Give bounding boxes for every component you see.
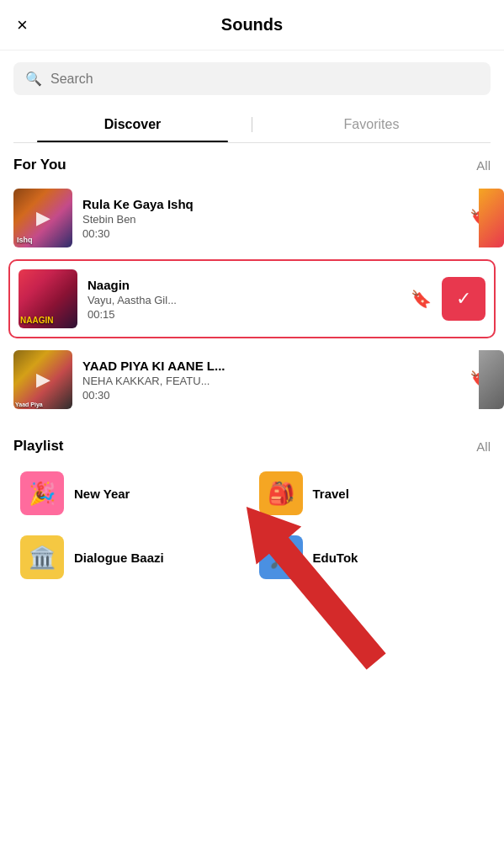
song-item-rula[interactable]: ▶ Ishq Rula Ke Gaya Ishq Stebin Ben 00:3… bbox=[0, 180, 504, 256]
song-artist-rula: Stebin Ben bbox=[82, 213, 459, 226]
playlist-name-newyear: New Year bbox=[74, 487, 130, 501]
playlist-item-edutok[interactable]: 🎵 EduTok bbox=[252, 525, 491, 589]
song-artist-yaad: NEHA KAKKAR, FEATU... bbox=[82, 375, 459, 387]
thumb-text-yaad: Yaad Piya bbox=[15, 402, 43, 407]
song-name-rula: Rula Ke Gaya Ishq bbox=[82, 197, 459, 211]
search-icon: 🔍 bbox=[25, 71, 42, 87]
side-thumb-yaad bbox=[479, 350, 504, 409]
playlist-all[interactable]: All bbox=[476, 439, 491, 454]
for-you-header: For You All bbox=[0, 143, 504, 180]
song-duration-naagin: 00:15 bbox=[88, 308, 401, 321]
search-bar: 🔍 bbox=[13, 62, 491, 95]
song-duration-yaad: 00:30 bbox=[82, 389, 459, 402]
playlist-icon-travel: 🎒 bbox=[259, 471, 303, 515]
song-name-yaad: YAAD PIYA KI AANE L... bbox=[82, 359, 459, 373]
playlist-section: Playlist All 🎉 New Year 🎒 Travel 🏛️ Dial… bbox=[0, 424, 504, 589]
song-thumbnail-rula: ▶ Ishq bbox=[13, 189, 72, 247]
playlist-item-newyear[interactable]: 🎉 New Year bbox=[13, 461, 252, 525]
close-button[interactable]: × bbox=[17, 16, 28, 35]
playlist-name-travel: Travel bbox=[313, 487, 349, 501]
song-info-rula: Rula Ke Gaya Ishq Stebin Ben 00:30 bbox=[82, 197, 459, 240]
playlist-name-dialogue: Dialogue Baazi bbox=[74, 551, 164, 565]
song-item-yaad[interactable]: ▶ Yaad Piya YAAD PIYA KI AANE L... NEHA … bbox=[0, 342, 504, 418]
playlist-icon-newyear: 🎉 bbox=[20, 471, 64, 515]
select-button-naagin[interactable]: ✓ bbox=[442, 277, 485, 321]
tab-favorites[interactable]: Favorites bbox=[252, 107, 491, 142]
playlist-grid: 🎉 New Year 🎒 Travel 🏛️ Dialogue Baazi 🎵 … bbox=[0, 461, 504, 589]
song-duration-rula: 00:30 bbox=[82, 227, 459, 240]
song-thumbnail-yaad: ▶ Yaad Piya bbox=[13, 350, 72, 409]
song-artist-naagin: Vayu, Aastha Gil... bbox=[88, 294, 401, 306]
playlist-item-dialogue[interactable]: 🏛️ Dialogue Baazi bbox=[13, 525, 252, 589]
song-thumbnail-naagin: NAAGIN bbox=[19, 269, 77, 328]
header: × Sounds bbox=[0, 0, 504, 51]
song-name-naagin: Naagin bbox=[88, 278, 401, 292]
song-item-naagin[interactable]: NAAGIN Naagin Vayu, Aastha Gil... 00:15 … bbox=[8, 259, 496, 338]
song-info-yaad: YAAD PIYA KI AANE L... NEHA KAKKAR, FEAT… bbox=[82, 359, 459, 402]
playlist-title: Playlist bbox=[13, 438, 64, 455]
playlist-item-travel[interactable]: 🎒 Travel bbox=[252, 461, 491, 525]
thumb-text-rula: Ishq bbox=[17, 236, 33, 244]
playlist-icon-dialogue: 🏛️ bbox=[20, 535, 64, 579]
tab-discover[interactable]: Discover bbox=[13, 107, 252, 142]
for-you-all[interactable]: All bbox=[476, 158, 491, 173]
song-info-naagin: Naagin Vayu, Aastha Gil... 00:15 bbox=[88, 278, 401, 321]
check-icon: ✓ bbox=[456, 288, 471, 310]
search-input[interactable] bbox=[50, 72, 479, 87]
playlist-icon-edutok: 🎵 bbox=[259, 535, 303, 579]
playlist-header: Playlist All bbox=[0, 424, 504, 461]
bookmark-icon-naagin[interactable]: 🔖 bbox=[411, 289, 432, 309]
page-title: Sounds bbox=[221, 15, 283, 35]
tabs-container: Discover Favorites bbox=[13, 107, 491, 143]
side-thumb-rula bbox=[479, 189, 504, 247]
for-you-title: For You bbox=[13, 157, 66, 173]
play-icon: ▶ bbox=[36, 207, 50, 229]
thumb-text-naagin: NAAGIN bbox=[20, 316, 53, 325]
play-icon-yaad: ▶ bbox=[36, 369, 50, 391]
playlist-name-edutok: EduTok bbox=[313, 551, 358, 565]
